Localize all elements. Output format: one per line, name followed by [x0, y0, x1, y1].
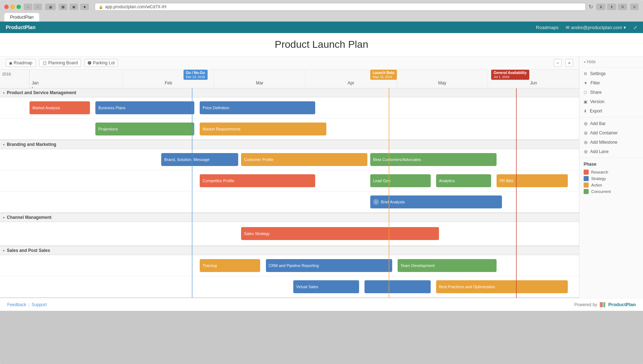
bar-brief-analysts[interactable]: › Brief Analysts — [370, 195, 502, 208]
bar-business-plans[interactable]: Business Plans — [95, 101, 194, 114]
zoom-in-button[interactable]: + — [565, 59, 573, 67]
legend: Phase Research Strategy Action — [579, 158, 643, 198]
window-view-button[interactable]: ▣ — [45, 4, 56, 10]
legend-title: Phase — [584, 162, 639, 167]
sidebar-item-share[interactable]: ⬡ Share — [579, 88, 643, 97]
lane-channel-1: Sales Strategy — [0, 222, 579, 246]
ext-icon-3[interactable]: ✦ — [80, 4, 89, 10]
bar-price-definition[interactable]: Price Definition — [200, 101, 315, 114]
add-lane-button[interactable]: ⊕ Add Lane — [579, 147, 643, 156]
bar-training[interactable]: Training — [200, 259, 260, 272]
share-browser-button[interactable]: ⬆ — [607, 4, 616, 10]
roadmap-tab[interactable]: ▣ Roadmap — [6, 59, 36, 67]
bar-sales-strategy[interactable]: Sales Strategy — [241, 227, 439, 240]
timeline: 2016 Jan ▾ Feb Mar Apr May Jun — [0, 70, 579, 298]
roadmaps-link[interactable]: Roadmaps — [536, 25, 558, 30]
container-header-channel[interactable]: ▾ Channel Management — [0, 213, 579, 222]
legend-item-concurrent: Concurrent — [584, 188, 639, 195]
bar-brand-solution-message[interactable]: Brand, Solution, Message — [161, 153, 238, 166]
add-lane-icon: ⊕ — [584, 149, 588, 154]
chevron-branding[interactable]: ▾ — [3, 143, 5, 147]
container-label-branding: Branding and Marketing — [7, 142, 56, 147]
container-channel: ▾ Channel Management Sales Strategy — [0, 213, 579, 246]
bar-customer-profile[interactable]: Customer Profile — [241, 153, 367, 166]
footer: Feedback | Support Powered by ProductPla… — [0, 298, 643, 311]
version-icon: ▣ — [584, 100, 587, 104]
chevron-channel[interactable]: ▾ — [3, 216, 5, 220]
container-sales: ▾ Sales and Post Sales Training CRM and … — [0, 246, 579, 298]
sidebar-item-export[interactable]: ⬇ Export — [579, 106, 643, 116]
hide-sidebar-button[interactable]: ◂ Hide — [579, 56, 643, 68]
bar-unnamed-strategy[interactable] — [364, 280, 430, 293]
browser-tab[interactable]: ProductPlan — [4, 13, 39, 22]
legend-item-research: Research — [584, 169, 639, 175]
legend-item-action: Action — [584, 182, 639, 188]
fullscreen-button[interactable]: ⤢ — [633, 25, 637, 30]
new-window-button[interactable]: ⧉ — [618, 4, 627, 10]
add-milestone-button[interactable]: ⊕ Add Milestone — [579, 138, 643, 147]
add-milestone-icon: ⊕ — [584, 140, 588, 145]
url-text: app.productplan.com/wCd7X-IH — [105, 4, 166, 9]
traffic-light-green[interactable] — [17, 5, 21, 9]
lane-branding-2: Competitor Profile Lead Gen Analytics PR… — [0, 170, 579, 192]
user-menu[interactable]: ✉ andre@productplan.com ▾ — [566, 25, 626, 30]
traffic-light-yellow[interactable] — [10, 5, 15, 9]
bar-best-practices[interactable]: Best Practices and Optimization — [436, 280, 568, 293]
sidebar: ◂ Hide ⚙ Settings ▼ Filter ⬡ Share — [579, 56, 643, 298]
container-label-product-service: Product and Service Management — [7, 90, 76, 95]
bar-projections[interactable]: Projections — [95, 123, 194, 135]
sidebar-item-settings[interactable]: ⚙ Settings — [579, 69, 643, 78]
add-container-button[interactable]: ⊕ Add Container — [579, 128, 643, 138]
sidebar-item-filter[interactable]: ▼ Filter — [579, 78, 643, 88]
container-header-sales[interactable]: ▾ Sales and Post Sales — [0, 246, 579, 255]
page-title: Product Launch Plan — [0, 33, 643, 56]
address-bar[interactable]: 🔒 app.productplan.com/wCd7X-IH — [95, 3, 586, 11]
chevron-sales[interactable]: ▾ — [3, 249, 5, 253]
bar-virtual-sales[interactable]: Virtual Sales — [293, 280, 359, 293]
brand-logo: ProductPlan — [6, 24, 35, 30]
add-bar-button[interactable]: ⊕ Add Bar — [579, 119, 643, 128]
add-bar-icon: ⊕ — [584, 121, 588, 126]
bar-analytics[interactable]: Analytics — [436, 174, 491, 187]
zoom-out-button[interactable]: − — [554, 59, 562, 67]
ext-icon-2[interactable]: ⊕ — [69, 4, 78, 10]
chevron-product-service[interactable]: ▾ — [3, 91, 5, 95]
container-label-sales: Sales and Post Sales — [7, 248, 50, 253]
milestone-launch-beta: Launch BetaMay 15, 2016 — [370, 70, 397, 80]
lane-branding-1: Brand, Solution, Message Customer Profil… — [0, 149, 579, 170]
planning-board-tab[interactable]: 📋 Planning Board — [39, 59, 81, 67]
download-button[interactable]: ⬇ — [596, 4, 606, 10]
container-header-product-service[interactable]: ▾ Product and Service Management — [0, 88, 579, 97]
container-branding: ▾ Branding and Marketing Brand, Solution… — [0, 140, 579, 213]
lane-sales-1: Training CRM and Pipeline Reporting Team… — [0, 255, 579, 276]
bar-crm-pipeline[interactable]: CRM and Pipeline Reporting — [266, 259, 392, 272]
container-header-branding[interactable]: ▾ Branding and Marketing — [0, 140, 579, 149]
ext-icon-1[interactable]: ⊞ — [59, 4, 67, 10]
month-mar: Mar — [214, 70, 305, 88]
bar-market-requirements[interactable]: Market Requirements — [200, 123, 326, 135]
nav-back-button[interactable]: ‹ — [24, 4, 32, 10]
traffic-light-red[interactable] — [4, 5, 9, 9]
bar-competitor-profile[interactable]: Competitor Profile — [200, 174, 315, 187]
bar-lead-gen[interactable]: Lead Gen — [370, 174, 431, 187]
powered-by: Powered by ProductPlan — [574, 302, 636, 307]
support-link[interactable]: Support — [32, 302, 47, 307]
bar-beta-customers[interactable]: Beta Customers/Advocates — [370, 153, 497, 166]
bar-market-analysis[interactable]: Market Analysis — [30, 101, 90, 114]
lane-product-1: Market Analysis Business Plans Price Def… — [0, 97, 579, 119]
lane-product-2: Projections Market Requirements — [0, 119, 579, 140]
share-icon: ⬡ — [584, 90, 587, 95]
nav-forward-button[interactable]: › — [33, 4, 42, 10]
container-product-service: ▾ Product and Service Management Market … — [0, 88, 579, 140]
filter-icon: ▼ — [584, 81, 588, 85]
parking-lot-tab[interactable]: 🅟 Parking Lot — [85, 59, 118, 67]
top-nav: ProductPlan Roadmaps ✉ andre@productplan… — [0, 22, 643, 33]
bar-pr-blitz[interactable]: PR Blitz — [497, 174, 568, 187]
bar-team-development[interactable]: Team Development — [398, 259, 497, 272]
feedback-link[interactable]: Feedback — [7, 302, 26, 307]
year-label: 2016 — [2, 72, 11, 76]
sidebar-item-version[interactable]: ▣ Version — [579, 97, 643, 106]
settings-icon: ⚙ — [584, 72, 587, 76]
new-tab-button[interactable]: + — [630, 4, 639, 10]
reload-button[interactable]: ↻ — [589, 4, 593, 10]
